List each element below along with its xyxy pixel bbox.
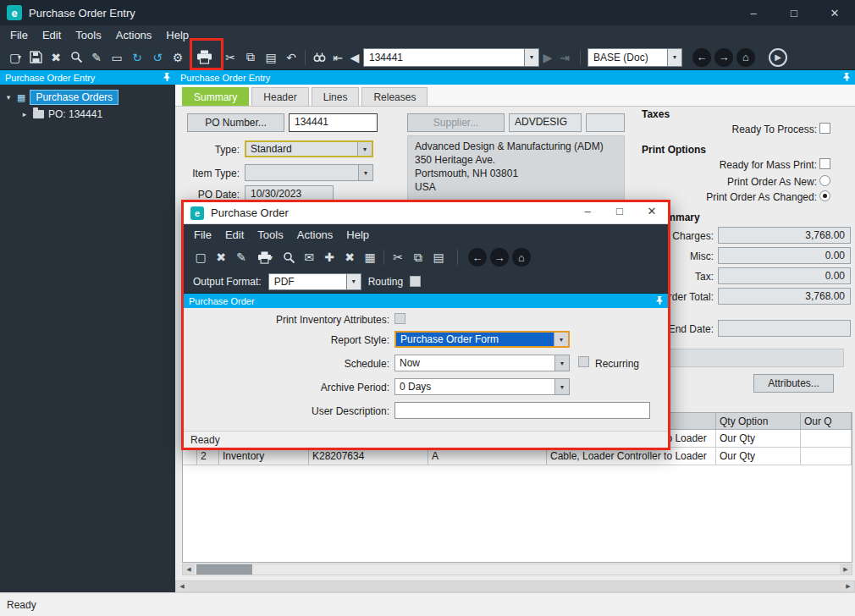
nav-prev-button[interactable]: ◀: [346, 47, 363, 68]
tab-summary[interactable]: Summary: [182, 87, 249, 106]
new-button[interactable]: ▢: [190, 247, 211, 267]
tab-releases[interactable]: Releases: [361, 87, 428, 106]
copy-button[interactable]: ⧉: [240, 47, 261, 68]
nav-next-button[interactable]: ▶: [539, 47, 556, 68]
chevron-down-icon[interactable]: ▾: [358, 165, 372, 180]
save-button[interactable]: [25, 47, 46, 68]
chevron-down-icon[interactable]: ▾: [346, 273, 361, 290]
minimize-button[interactable]: –: [733, 0, 774, 25]
close-button[interactable]: ✕: [636, 201, 668, 223]
doc-type-combo[interactable]: BASE (Doc) ▾: [587, 48, 682, 67]
ready-for-mass-print-checkbox[interactable]: [819, 158, 830, 169]
chevron-down-icon[interactable]: ▾: [554, 333, 568, 346]
grid-cell[interactable]: K28207634: [309, 448, 428, 465]
minimize-button[interactable]: –: [571, 201, 604, 223]
copy-button[interactable]: ⧉: [408, 247, 428, 267]
attributes-button[interactable]: Attributes...: [753, 374, 834, 393]
tab-header[interactable]: Header: [251, 87, 308, 106]
chevron-down-icon[interactable]: ▾: [554, 355, 569, 371]
close-button[interactable]: ✕: [814, 0, 855, 25]
chevron-down-icon[interactable]: ▾: [524, 48, 539, 67]
window-button[interactable]: ▭: [107, 47, 127, 68]
chevron-down-icon[interactable]: ▾: [357, 142, 372, 156]
menu-help[interactable]: Help: [346, 228, 369, 241]
scroll-right-icon[interactable]: ▶: [840, 564, 852, 575]
forward-button[interactable]: →: [714, 48, 733, 67]
tree-node-purchase-orders[interactable]: ▾ ▦ Purchase Orders: [0, 89, 175, 106]
grid-view-button[interactable]: ▦: [360, 247, 380, 267]
tree-node-label[interactable]: Purchase Orders: [30, 90, 119, 105]
grid-hscrollbar[interactable]: ◀ ▶: [182, 564, 852, 575]
tree-node-label[interactable]: PO: 134441: [48, 108, 102, 120]
chevron-down-icon[interactable]: ▾: [554, 379, 569, 394]
back-button[interactable]: ←: [692, 48, 711, 67]
paste-button[interactable]: ▤: [261, 47, 281, 68]
grid-cell[interactable]: [801, 448, 852, 465]
grid-cell[interactable]: Our Qty: [716, 430, 801, 447]
grid-cell[interactable]: [801, 430, 852, 447]
po-number-button[interactable]: PO Number...: [187, 113, 284, 132]
menu-help[interactable]: Help: [166, 29, 189, 41]
menu-actions[interactable]: Actions: [297, 228, 334, 241]
paste-button[interactable]: ▤: [428, 247, 449, 267]
po-number-field[interactable]: 134441: [289, 113, 378, 132]
sync-button[interactable]: ↺: [147, 47, 168, 68]
tree-expander-icon[interactable]: ▸: [20, 110, 29, 118]
process-button[interactable]: ▶: [769, 48, 787, 67]
maximize-button[interactable]: □: [774, 0, 814, 25]
search-button[interactable]: [66, 47, 86, 68]
panel-hscrollbar[interactable]: ◀ ▶: [175, 580, 855, 592]
forward-button[interactable]: →: [490, 248, 509, 267]
send-button[interactable]: ✉: [299, 247, 319, 267]
tree-expander-icon[interactable]: ▾: [4, 93, 13, 102]
grid-cell[interactable]: [183, 448, 197, 465]
print-button[interactable]: ▾: [251, 247, 279, 267]
new-button[interactable]: ▢ ▾: [5, 47, 25, 68]
chevron-down-icon[interactable]: ▾: [667, 48, 682, 67]
scroll-left-icon[interactable]: ◀: [183, 564, 195, 575]
menu-file[interactable]: File: [10, 29, 28, 41]
type-combo[interactable]: Standard ▾: [245, 140, 373, 157]
print-as-new-radio[interactable]: [819, 175, 830, 186]
menu-edit[interactable]: Edit: [42, 29, 61, 41]
item-type-combo[interactable]: ▾: [245, 164, 373, 181]
menu-tools[interactable]: Tools: [75, 29, 101, 41]
grid-cell[interactable]: A: [428, 448, 547, 465]
scroll-left-icon[interactable]: ◀: [176, 581, 188, 591]
pin-icon[interactable]: [163, 73, 170, 83]
grid-cell[interactable]: Cable, Loader Controller to Loader: [547, 448, 716, 465]
menu-tools[interactable]: Tools: [257, 228, 283, 241]
back-button[interactable]: ←: [468, 248, 487, 267]
preview-button[interactable]: [279, 247, 299, 267]
pin-icon[interactable]: [842, 73, 850, 83]
stamp-button[interactable]: ✎: [231, 247, 251, 267]
menu-edit[interactable]: Edit: [225, 228, 244, 241]
delete-button[interactable]: ✖: [46, 47, 66, 68]
menu-file[interactable]: File: [194, 228, 212, 241]
home-button[interactable]: ⌂: [736, 48, 755, 67]
ready-to-process-checkbox[interactable]: [819, 123, 830, 134]
record-combo[interactable]: 134441 ▾: [363, 48, 539, 67]
schedule-combo[interactable]: Now ▾: [394, 355, 570, 371]
scrollbar-thumb[interactable]: [188, 581, 842, 591]
grid-header-cell-our-qty[interactable]: Our Q: [801, 413, 852, 429]
menu-actions[interactable]: Actions: [116, 29, 152, 41]
user-description-input[interactable]: [394, 402, 650, 419]
tab-lines[interactable]: Lines: [312, 87, 360, 106]
maximize-button[interactable]: □: [604, 201, 636, 223]
undo-button[interactable]: ↶: [281, 47, 301, 68]
grid-cell[interactable]: Inventory: [219, 448, 309, 465]
home-button[interactable]: ⌂: [512, 248, 531, 267]
cut-button[interactable]: ✂: [388, 247, 408, 267]
print-as-changed-radio[interactable]: [819, 190, 830, 201]
print-button[interactable]: [188, 47, 220, 68]
refresh-button[interactable]: ↻: [127, 47, 147, 68]
tools-button[interactable]: ⚙: [168, 47, 188, 68]
grid-cell[interactable]: Our Qty: [716, 448, 801, 465]
report-style-combo[interactable]: Purchase Order Form ▾: [394, 331, 570, 348]
scroll-right-icon[interactable]: ▶: [842, 581, 854, 591]
delete-button[interactable]: ✖: [211, 247, 231, 267]
cut-button[interactable]: ✂: [220, 47, 240, 68]
tree-node-po-134441[interactable]: ▸ PO: 134441: [0, 106, 175, 123]
grid-row[interactable]: 2 Inventory K28207634 A Cable, Loader Co…: [183, 448, 852, 465]
